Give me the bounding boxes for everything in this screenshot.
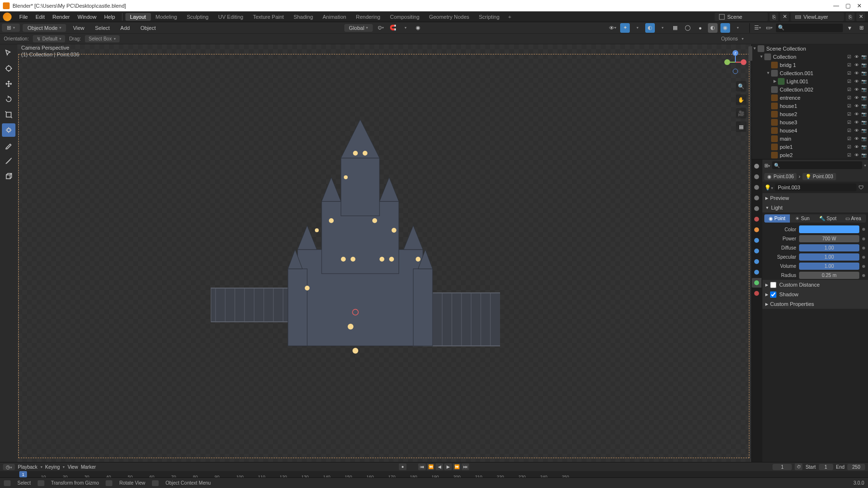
tool-measure[interactable]	[2, 154, 15, 168]
tab-texture-paint[interactable]: Texture Paint	[248, 13, 288, 21]
outliner-editor-dropdown[interactable]: ☰▾	[753, 23, 762, 33]
prop-tab-modifier[interactable]	[752, 236, 761, 245]
frame-jump-button[interactable]: ⏱	[795, 463, 802, 470]
outliner-item[interactable]: house2☑👁📷	[752, 110, 868, 118]
camera-view-button[interactable]: 🎥	[736, 108, 746, 119]
tab-rendering[interactable]: Rendering	[351, 13, 385, 21]
pivot-dropdown[interactable]: ⊙▾	[376, 23, 385, 33]
crumb-object[interactable]: ◉ Point.036	[764, 173, 797, 180]
scene-delete-button[interactable]: ✕	[780, 13, 789, 21]
panel-custom-distance[interactable]: ▶Custom Distance	[762, 280, 868, 290]
menu-render[interactable]: Render	[49, 14, 74, 20]
tl-playback[interactable]: Playback	[18, 464, 38, 470]
outliner-display-mode[interactable]: ▭▾	[764, 23, 774, 33]
close-button[interactable]: ✕	[854, 2, 865, 9]
add-menu[interactable]: Add	[117, 25, 134, 31]
crumb-data[interactable]: 💡 Point.003	[802, 173, 836, 180]
prop-tab-render[interactable]	[752, 172, 761, 182]
menu-edit[interactable]: Edit	[32, 14, 49, 20]
transform-orientation-dropdown[interactable]: Global ▾	[344, 24, 373, 32]
light-type-spot[interactable]: 🔦 Spot	[815, 214, 841, 223]
prop-tab-data[interactable]	[752, 278, 761, 288]
tool-transform[interactable]	[2, 123, 15, 137]
viewlayer-new-button[interactable]: ⎘	[846, 13, 854, 21]
pan-button[interactable]: ✋	[736, 94, 746, 105]
tl-view[interactable]: View	[68, 464, 78, 470]
outliner-item[interactable]: Collection.002☑👁📷	[752, 85, 868, 93]
prop-tab-particle[interactable]	[752, 246, 761, 256]
object-menu[interactable]: Object	[136, 25, 160, 31]
start-frame[interactable]: 1	[819, 464, 833, 470]
tab-shading[interactable]: Shading	[289, 13, 318, 21]
proportional-edit-toggle[interactable]: ◉	[413, 23, 423, 33]
fake-user-button[interactable]: 🛡	[858, 185, 866, 190]
gizmo-dropdown[interactable]: ▾	[633, 23, 642, 33]
play[interactable]: ▶	[444, 463, 452, 470]
scene-field[interactable]: Scene	[715, 13, 768, 21]
tool-move[interactable]	[2, 77, 15, 91]
props-search[interactable]: 🔍	[772, 161, 862, 169]
tl-keying[interactable]: Keying	[45, 464, 60, 470]
prop-tab-constraint[interactable]	[752, 267, 761, 277]
play-rev[interactable]: ◀	[435, 463, 443, 470]
outliner-item[interactable]: ▼Collection☑👁📷	[752, 53, 868, 61]
panel-light[interactable]: ▼Light	[762, 203, 868, 212]
keyframe-dot[interactable]	[862, 228, 865, 231]
outliner-filter-button[interactable]: ▼	[845, 23, 854, 33]
prop-tab-object[interactable]	[752, 225, 761, 235]
props-editor-dropdown[interactable]: ⊞▾	[764, 163, 770, 168]
data-name-field[interactable]: Point.003	[775, 184, 856, 191]
tool-add-cube[interactable]	[2, 170, 15, 183]
timeline-editor-dropdown[interactable]: ◷▾	[3, 464, 15, 470]
overlay-toggle[interactable]: ◐	[645, 23, 655, 33]
panel-shadow[interactable]: ▶Shadow	[762, 290, 868, 299]
tab-scripting[interactable]: Scripting	[474, 13, 504, 21]
mode-dropdown[interactable]: Object Mode ▾	[23, 24, 66, 32]
shading-solid[interactable]: ●	[695, 23, 705, 33]
jump-start[interactable]: ⏮	[418, 463, 426, 470]
tool-rotate[interactable]	[2, 92, 15, 106]
tool-annotate[interactable]	[2, 139, 15, 152]
tab-uv-editing[interactable]: UV Editing	[213, 13, 248, 21]
prop-tab-world[interactable]	[752, 214, 761, 224]
jump-end[interactable]: ⏭	[461, 463, 469, 470]
key-next[interactable]: ⏩	[453, 463, 461, 470]
shading-rendered[interactable]: ◉	[720, 23, 730, 33]
outliner-item[interactable]: bridg 1☑👁📷	[752, 61, 868, 69]
outliner-item[interactable]: ▼Collection.001☑👁📷	[752, 69, 868, 77]
outliner-item[interactable]: house1☑👁📷	[752, 102, 868, 110]
light-type-sun[interactable]: ☀ Sun	[790, 214, 815, 223]
xray-toggle[interactable]: ▦	[670, 23, 680, 33]
drag-value-dropdown[interactable]: Select Box ▾	[85, 35, 120, 42]
shading-material[interactable]: ◐	[708, 23, 718, 33]
outliner-search[interactable]: 🔍	[776, 24, 843, 32]
color-swatch[interactable]	[799, 225, 859, 233]
tab-geometry-nodes[interactable]: Geometry Nodes	[424, 13, 474, 21]
select-menu[interactable]: Select	[91, 25, 114, 31]
specular-field[interactable]: 1.00	[799, 253, 859, 261]
viewlayer-field[interactable]: ViewLayer	[791, 13, 844, 21]
snap-toggle[interactable]: 🧲	[388, 23, 398, 33]
prop-tab-tool[interactable]	[752, 161, 761, 171]
nav-gizmo[interactable]: Z	[723, 50, 747, 74]
prop-tab-physics[interactable]	[752, 257, 761, 266]
timeline-track[interactable]: 1 10203040506070809010011012013014015016…	[0, 471, 868, 477]
current-frame[interactable]: 1	[773, 464, 792, 470]
prop-tab-scene[interactable]	[752, 204, 761, 213]
viewlayer-delete-button[interactable]: ✕	[856, 13, 865, 21]
menu-window[interactable]: Window	[74, 14, 100, 20]
prop-tab-material[interactable]	[752, 289, 761, 298]
tab-sculpting[interactable]: Sculpting	[182, 13, 213, 21]
shading-wireframe[interactable]: ◯	[683, 23, 692, 33]
outliner-root[interactable]: ▼Scene Collection	[752, 44, 868, 53]
minimize-button[interactable]: —	[830, 2, 842, 9]
tl-marker[interactable]: Marker	[81, 464, 96, 470]
outliner-item[interactable]: pole2☑👁📷	[752, 151, 868, 159]
zoom-button[interactable]: 🔍	[736, 81, 746, 92]
outliner-item[interactable]: entrence☑👁📷	[752, 93, 868, 102]
shadow-checkbox[interactable]	[770, 291, 776, 298]
outliner-item[interactable]: house3☑👁📷	[752, 118, 868, 126]
playhead[interactable]: 1	[19, 471, 27, 477]
power-field[interactable]: 700 W	[799, 235, 859, 242]
light-data-icon[interactable]: 💡▾	[764, 185, 773, 191]
